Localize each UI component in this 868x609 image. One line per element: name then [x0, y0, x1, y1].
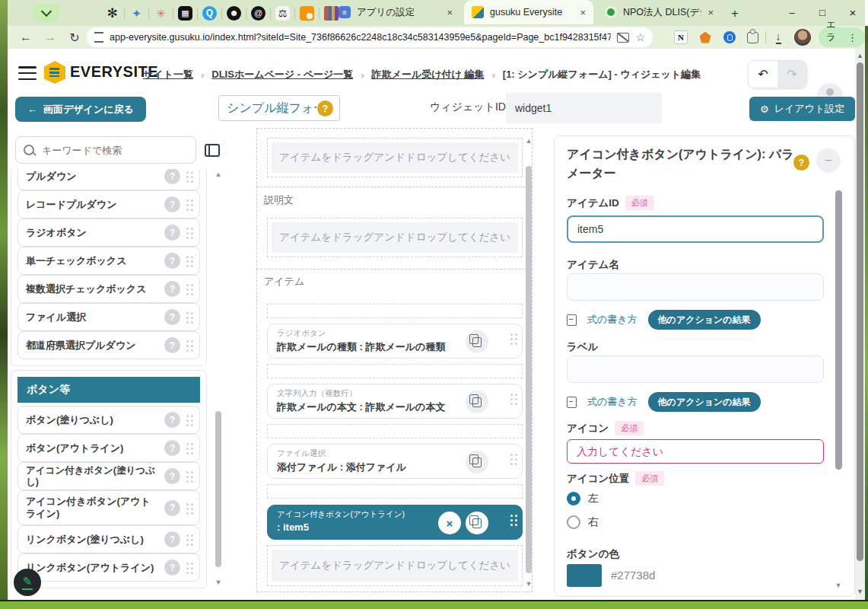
gemini-icon[interactable]: ✦ [129, 6, 144, 21]
palette-item-linkbutton-fill[interactable]: リンクボタン(塗りつぶし)? [17, 525, 200, 553]
new-tab-button[interactable]: + [726, 5, 744, 23]
sidebar-scrollbar[interactable]: ▲ ▼ [214, 171, 223, 588]
palette-item-pulldown[interactable]: プルダウン? [17, 169, 200, 190]
help-icon[interactable]: ? [164, 281, 180, 297]
drag-handle-icon[interactable] [186, 256, 189, 258]
scroll-up-icon[interactable]: ▲ [524, 137, 533, 145]
empty-drop-slot[interactable] [267, 364, 523, 378]
help-icon[interactable]: ? [164, 169, 180, 184]
scrollbar-thumb[interactable] [526, 166, 532, 573]
help-icon[interactable]: ? [164, 440, 180, 456]
panel-scrollbar[interactable]: ▼ [834, 190, 843, 594]
scroll-down-icon[interactable]: ▼ [214, 579, 223, 586]
grid-app-icon[interactable]: ▦ [178, 6, 192, 21]
help-icon[interactable]: ? [164, 253, 180, 269]
canvas-item-file[interactable]: ファイル選択 添付ファイル : 添付ファイル [267, 444, 523, 479]
tab-app-settings[interactable]: ≡ アプリの設定 × [331, 0, 460, 24]
drag-handle-icon[interactable] [186, 503, 189, 505]
tab-search-button[interactable] [33, 4, 59, 22]
palette-item-prefecture-pulldown[interactable]: 都道府県選択プルダウン? [17, 331, 200, 359]
tab-close-icon[interactable]: × [580, 7, 586, 18]
palette-item-iconbutton-outline[interactable]: アイコン付きボタン(アウトライン)? [17, 490, 200, 525]
drag-handle-icon[interactable] [510, 394, 513, 396]
help-icon[interactable]: ? [164, 500, 180, 516]
bookmark-star-icon[interactable]: ☆ [635, 31, 645, 43]
empty-drop-slot[interactable] [267, 424, 523, 438]
dropzone[interactable]: アイテムをドラッグアンドドロップしてください [267, 138, 523, 177]
help-icon[interactable]: ? [164, 531, 180, 547]
reload-icon[interactable]: ↻ [65, 28, 84, 46]
label-input[interactable] [567, 356, 824, 383]
palette-item-file-select[interactable]: ファイル選択? [17, 303, 200, 331]
address-bar[interactable]: app-everysite.gusuku.io/index.html?siteI… [87, 27, 653, 47]
extensions-puzzle-icon[interactable] [744, 29, 761, 46]
window-close-button[interactable]: × [838, 0, 867, 24]
other-action-result-button[interactable]: 他のアクションの結果 [648, 310, 761, 330]
palette-item-record-pulldown[interactable]: レコードプルダウン? [17, 190, 200, 218]
icon-input[interactable] [567, 439, 824, 464]
tab-npo-dlis[interactable]: NPO法人 DLIS(デジタルリ × [597, 0, 721, 24]
title-help-icon[interactable]: ? [317, 100, 333, 116]
panel-collapse-button[interactable]: − [816, 148, 841, 173]
error-chip[interactable]: エラー ⋮ [819, 27, 865, 47]
widget-id-input[interactable] [506, 93, 662, 123]
canvas-item-textarea[interactable]: 文字列入力（複数行） 詐欺メールの本文 : 詐欺メールの本文 [267, 384, 523, 419]
duplicate-button[interactable] [466, 330, 488, 353]
dropzone[interactable]: アイテムをドラッグアンドドロップしてください [267, 218, 523, 257]
cast-unavailable-icon[interactable] [617, 33, 629, 43]
spiral-app-icon[interactable]: @ [251, 6, 265, 21]
orange-doc-icon[interactable] [300, 6, 314, 21]
scroll-down-icon[interactable]: ▼ [855, 588, 865, 595]
drag-handle-icon[interactable] [186, 228, 189, 230]
scales-app-icon[interactable]: ⚖ [275, 6, 290, 21]
canvas-scrollbar[interactable]: ▲ ▼ [524, 137, 533, 594]
more-menu-icon[interactable]: ⋮ [847, 32, 857, 43]
duplicate-button[interactable] [466, 512, 488, 534]
help-icon[interactable]: ? [164, 337, 180, 353]
drag-handle-icon[interactable] [186, 171, 189, 174]
back-icon[interactable]: ← [17, 28, 35, 46]
scrollbar-thumb[interactable] [835, 190, 842, 470]
item-name-input[interactable] [567, 273, 824, 301]
drag-handle-icon[interactable] [186, 563, 189, 565]
duplicate-button[interactable] [466, 451, 488, 473]
drag-handle-icon[interactable] [186, 534, 189, 537]
expression-help-link[interactable]: 式の書き方 [587, 313, 637, 327]
palette-item-radio[interactable]: ラジオボタン? [17, 218, 200, 247]
item-id-input[interactable] [567, 215, 824, 243]
drag-handle-icon[interactable] [186, 340, 189, 343]
radio-selected-icon[interactable] [567, 492, 580, 505]
sidebar-collapse-button[interactable] [199, 136, 225, 164]
drag-handle-icon[interactable] [186, 312, 189, 314]
hamburger-menu-icon[interactable] [18, 66, 37, 80]
scrollbar-thumb[interactable] [857, 62, 863, 561]
help-icon[interactable]: ? [164, 468, 180, 484]
back-to-design-button[interactable]: ← 画面デザインに戻る [15, 97, 146, 122]
window-minimize-button[interactable]: – [777, 0, 806, 24]
breadcrumb-page-edit[interactable]: 詐欺メール受け付け 編集 [372, 68, 485, 81]
palette-item-multi-checkbox[interactable]: 複数選択チェックボックス? [17, 275, 200, 303]
undo-button[interactable]: ↶ [749, 61, 777, 88]
page-scrollbar[interactable]: ▲ ▼ [855, 49, 865, 600]
drag-handle-icon[interactable] [186, 199, 189, 202]
drag-handle-icon[interactable] [510, 333, 513, 336]
help-icon[interactable]: ? [164, 560, 180, 576]
notion-extension-icon[interactable]: N [672, 29, 689, 46]
search-input[interactable] [40, 144, 188, 157]
help-icon[interactable]: ? [164, 225, 180, 241]
drag-handle-icon[interactable] [186, 284, 189, 286]
palette-item-single-checkbox[interactable]: 単一チェックボックス? [17, 247, 200, 275]
breadcrumb-pages[interactable]: DLISホームページ - ページ一覧 [211, 68, 353, 81]
q-app-icon[interactable]: Q [202, 6, 217, 21]
help-icon[interactable]: ? [164, 196, 180, 212]
empty-drop-slot[interactable] [267, 304, 523, 318]
palette-item-button-fill[interactable]: ボタン(塗りつぶし)? [17, 406, 200, 434]
help-icon[interactable]: ? [164, 309, 180, 325]
panel-help-icon[interactable]: ? [793, 155, 809, 171]
chatgpt-icon[interactable]: ✻ [105, 6, 119, 21]
forward-icon[interactable]: → [41, 28, 59, 46]
drag-handle-icon[interactable] [510, 454, 513, 456]
color-swatch[interactable] [567, 564, 602, 587]
scroll-down-icon[interactable]: ▼ [524, 580, 533, 588]
metamask-extension-icon[interactable] [697, 29, 714, 46]
